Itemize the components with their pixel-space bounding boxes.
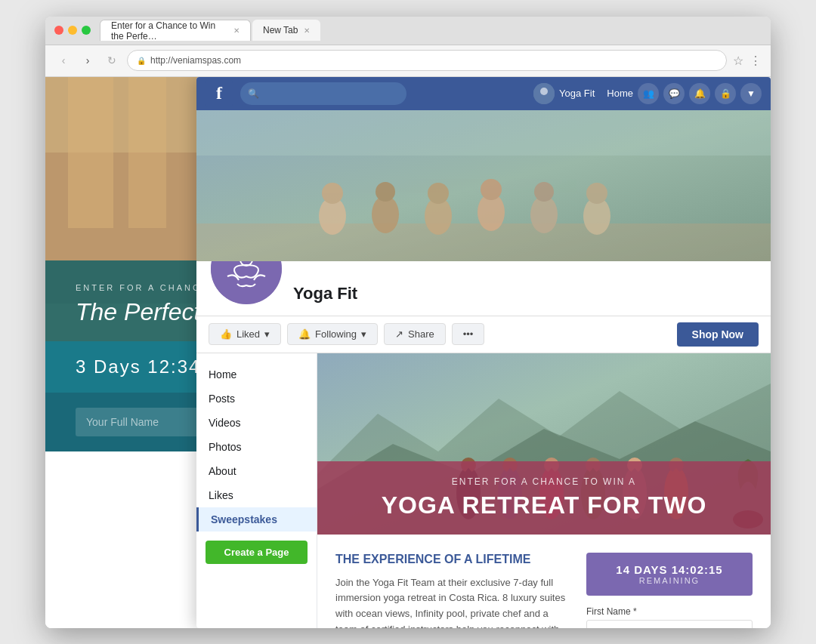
fb-timer-remaining: REMAINING <box>598 576 740 585</box>
traffic-lights <box>54 26 91 35</box>
tab-bar: Enter for a Chance to Win the Perfe… ✕ N… <box>100 20 762 41</box>
url-text: http://veniamspas.com <box>150 55 241 66</box>
browser-titlebar: Enter for a Chance to Win the Perfe… ✕ N… <box>45 17 771 45</box>
svg-rect-27 <box>196 110 771 156</box>
browser-window: Enter for a Chance to Win the Perfe… ✕ N… <box>45 17 771 628</box>
bell-icon: 🔔 <box>298 328 311 340</box>
liked-dropdown-icon: ▾ <box>264 328 270 340</box>
shop-now-button[interactable]: Shop Now <box>677 322 759 347</box>
svg-point-16 <box>322 183 343 204</box>
fb-first-name-label: First Name * <box>586 606 753 617</box>
forward-button[interactable]: › <box>79 51 97 69</box>
fb-friends-icon[interactable]: 👥 <box>638 83 659 104</box>
form-placeholder: Your Full Name <box>86 416 159 428</box>
bookmark-icon[interactable]: ☆ <box>733 54 743 68</box>
minimize-button[interactable] <box>68 26 77 35</box>
svg-point-20 <box>428 183 449 204</box>
fb-nav-home[interactable]: Home <box>607 88 633 99</box>
fb-liked-button[interactable]: 👍 Liked ▾ <box>209 323 281 345</box>
fb-account-icon[interactable]: 🔒 <box>715 83 736 104</box>
following-label: Following <box>315 328 357 340</box>
fb-body: Home Posts Videos Photos About Likes Swe… <box>196 353 771 628</box>
lock-icon: 🔒 <box>137 57 146 65</box>
fb-first-name-input[interactable] <box>586 620 753 628</box>
sidebar-item-videos[interactable]: Videos <box>196 411 317 435</box>
fb-first-name-group: First Name * <box>586 606 753 628</box>
fb-sweep-overlay: ENTER FOR A CHANCE TO WIN A YOGA RETREAT… <box>317 461 771 535</box>
thumbs-up-icon: 👍 <box>220 328 232 340</box>
fb-overlay: f 🔍 Yoga Fit Home 👥 💬 🔔 🔒 ▼ <box>196 77 771 628</box>
fb-dropdown-icon[interactable]: ▼ <box>740 83 762 104</box>
fb-cover-photo <box>196 110 771 261</box>
fb-sidebar: Home Posts Videos Photos About Likes Swe… <box>196 353 317 628</box>
fb-timer-box: 14 DAYS 14:02:15 REMAINING <box>586 553 753 596</box>
fb-following-button[interactable]: 🔔 Following ▾ <box>287 323 378 345</box>
fb-nav-avatar[interactable] <box>533 83 555 104</box>
tab-close-icon[interactable]: ✕ <box>233 26 240 35</box>
svg-rect-3 <box>128 77 166 228</box>
fb-sweep-title: YOGA RETREAT FOR TWO <box>340 491 748 519</box>
sidebar-item-home[interactable]: Home <box>196 362 317 387</box>
toolbar-right: ☆ ⋮ <box>733 54 762 68</box>
sidebar-item-sweepstakes[interactable]: Sweepstakes <box>196 507 317 532</box>
svg-rect-2 <box>68 77 113 228</box>
fb-action-bar: 👍 Liked ▾ 🔔 Following ▾ ↗ Share ••• Shop… <box>196 316 771 353</box>
svg-point-26 <box>586 183 607 204</box>
fb-profile-info: Yoga Fit <box>293 284 759 307</box>
share-icon: ↗ <box>395 328 403 340</box>
fb-page-name: Yoga Fit <box>293 284 759 304</box>
tab-newtab-close-icon[interactable]: ✕ <box>304 26 310 35</box>
fb-main-content: ENTER FOR A CHANCE TO WIN A YOGA RETREAT… <box>317 353 771 628</box>
fb-timer-text: 14 DAYS 14:02:15 <box>598 563 740 576</box>
fb-search-bar[interactable]: 🔍 <box>240 82 406 105</box>
sidebar-item-photos[interactable]: Photos <box>196 435 317 459</box>
fb-content-area: THE EXPERIENCE OF A LIFETIME Join the Yo… <box>317 535 771 628</box>
fb-sweep-subtitle: ENTER FOR A CHANCE TO WIN A <box>340 476 748 487</box>
svg-point-18 <box>376 182 395 202</box>
fb-more-button[interactable]: ••• <box>452 323 485 345</box>
reload-button[interactable]: ↻ <box>103 51 121 69</box>
sidebar-item-likes[interactable]: Likes <box>196 483 317 507</box>
fb-sweepstakes-hero: ENTER FOR A CHANCE TO WIN A YOGA RETREAT… <box>317 353 771 535</box>
fb-notifications-icon[interactable]: 🔔 <box>689 83 710 104</box>
svg-point-24 <box>534 182 554 202</box>
browser-content: VENIAM ENTER FOR A CHANCE The Perfect Sp… <box>45 77 771 628</box>
close-button[interactable] <box>54 26 63 35</box>
tab-newtab-label: New Tab <box>263 25 298 35</box>
browser-toolbar: ‹ › ↻ 🔒 http://veniamspas.com ☆ ⋮ <box>45 45 771 77</box>
fb-nav-pagename: Yoga Fit <box>559 88 595 99</box>
back-button[interactable]: ‹ <box>54 51 73 69</box>
fb-experience-text: Join the Yoga Fit Team at their exclusiv… <box>335 575 571 628</box>
fb-logo: f <box>206 80 233 107</box>
fb-profile-area: Yoga Fit <box>196 261 771 316</box>
fb-experience-title: THE EXPERIENCE OF A LIFETIME <box>335 553 571 566</box>
maximize-button[interactable] <box>82 26 91 35</box>
following-dropdown-icon: ▾ <box>361 328 366 340</box>
address-bar[interactable]: 🔒 http://veniamspas.com <box>127 50 727 71</box>
sidebar-item-posts[interactable]: Posts <box>196 387 317 411</box>
create-page-button[interactable]: Create a Page <box>206 541 308 564</box>
fb-share-button[interactable]: ↗ Share <box>384 323 446 345</box>
fb-nav-right: Yoga Fit Home 👥 💬 🔔 🔒 ▼ <box>533 83 762 104</box>
tab-active[interactable]: Enter for a Chance to Win the Perfe… ✕ <box>100 20 251 41</box>
fb-content-right: 14 DAYS 14:02:15 REMAINING First Name * … <box>586 553 753 628</box>
svg-point-22 <box>481 179 502 200</box>
fb-messages-icon[interactable]: 💬 <box>663 83 685 104</box>
tab-newtab[interactable]: New Tab ✕ <box>252 20 320 41</box>
tab-active-label: Enter for a Chance to Win the Perfe… <box>111 20 227 42</box>
menu-icon[interactable]: ⋮ <box>750 54 762 68</box>
svg-point-12 <box>540 88 548 95</box>
liked-label: Liked <box>236 328 260 340</box>
share-label: Share <box>408 328 434 340</box>
fb-search-icon: 🔍 <box>248 88 259 99</box>
sidebar-item-about[interactable]: About <box>196 459 317 483</box>
fb-logo-f-icon: f <box>216 83 222 103</box>
fb-navbar: f 🔍 Yoga Fit Home 👥 💬 🔔 🔒 ▼ <box>196 77 771 110</box>
fb-content-left: THE EXPERIENCE OF A LIFETIME Join the Yo… <box>335 553 571 628</box>
svg-rect-14 <box>196 223 771 261</box>
